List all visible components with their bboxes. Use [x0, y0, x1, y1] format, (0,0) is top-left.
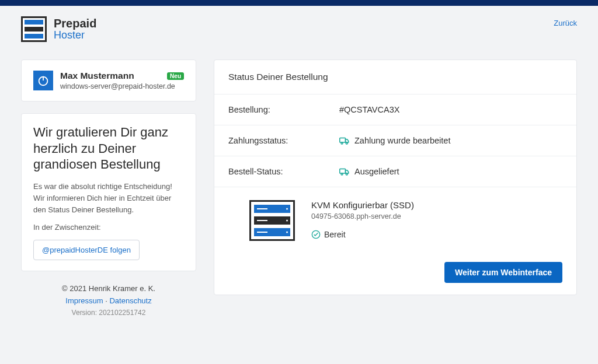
main-container: Max Mustermann Neu windows-server@prepai…: [0, 48, 598, 336]
product-logo-icon: [249, 200, 295, 241]
row-payment-status: Zahlungsstatus: Zahlung wurde bearbeitet: [214, 125, 576, 156]
row-order-id: Bestellung: #QCSTAVCA3X: [214, 94, 576, 125]
brand[interactable]: Prepaid Hoster: [21, 16, 96, 42]
user-card: Max Mustermann Neu windows-server@prepai…: [21, 60, 196, 102]
orderstatus-value: Ausgeliefert: [354, 167, 399, 176]
footer: © 2021 Henrik Kramer e. K. Impressum · D…: [21, 283, 196, 318]
meanwhile-label: In der Zwischenzeit:: [33, 223, 184, 232]
congrats-card: Wir gratulieren Dir ganz herzlich zu Dei…: [21, 113, 196, 271]
truck-icon: [339, 136, 350, 145]
orderstatus-label: Bestell-Status:: [228, 167, 339, 176]
user-email: windows-server@prepaid-hoster.de: [60, 82, 184, 90]
row-order-status: Bestell-Status: Ausgeliefert: [214, 156, 576, 187]
footer-version: Version: 202102251742: [21, 307, 196, 318]
product-status-label: Bereit: [324, 230, 346, 239]
order-status-card: Status Deiner Bestellung Bestellung: #QC…: [214, 60, 577, 295]
svg-point-4: [346, 142, 347, 144]
impressum-link[interactable]: Impressum: [65, 296, 103, 305]
datenschutz-link[interactable]: Datenschutz: [109, 296, 151, 305]
left-column: Max Mustermann Neu windows-server@prepai…: [21, 60, 196, 318]
product-row: KVM Konfigurierbar (SSD) 04975-63068.pph…: [214, 187, 576, 254]
svg-point-7: [346, 173, 347, 175]
svg-rect-5: [340, 169, 346, 174]
check-circle-icon: [311, 230, 321, 239]
congrats-title: Wir gratulieren Dir ganz herzlich zu Dei…: [33, 124, 184, 173]
go-to-webinterface-button[interactable]: Weiter zum Webinterface: [444, 262, 562, 283]
top-accent-bar: [0, 0, 598, 6]
svg-point-3: [341, 142, 343, 144]
brand-subtitle: Hoster: [54, 30, 96, 41]
product-name: KVM Konfigurierbar (SSD): [311, 200, 562, 210]
new-badge: Neu: [167, 72, 184, 80]
svg-rect-2: [340, 138, 346, 143]
status-card-title: Status Deiner Bestellung: [214, 60, 576, 94]
payment-label: Zahlungsstatus:: [228, 136, 339, 145]
follow-twitter-button[interactable]: @prepaidHosterDE folgen: [33, 240, 140, 260]
footer-copyright: © 2021 Henrik Kramer e. K.: [21, 283, 196, 295]
order-value: #QCSTAVCA3X: [339, 105, 399, 114]
brand-text: Prepaid Hoster: [54, 18, 96, 41]
brand-title: Prepaid: [54, 18, 96, 30]
user-name: Max Mustermann: [60, 71, 134, 81]
order-label: Bestellung:: [228, 105, 339, 114]
payment-value: Zahlung wurde bearbeitet: [354, 136, 450, 145]
back-link[interactable]: Zurück: [554, 19, 577, 27]
avatar: [33, 71, 53, 90]
congrats-text: Es war die absolut richtige Entscheidung…: [33, 181, 184, 216]
action-row: Weiter zum Webinterface: [214, 254, 576, 295]
page-header: Prepaid Hoster Zurück: [0, 6, 598, 48]
svg-point-6: [341, 173, 343, 175]
power-icon: [37, 74, 50, 87]
product-host: 04975-63068.pph-server.de: [311, 212, 562, 220]
right-column: Status Deiner Bestellung Bestellung: #QC…: [214, 60, 577, 307]
brand-logo-icon: [21, 16, 47, 42]
truck-icon: [339, 167, 350, 176]
